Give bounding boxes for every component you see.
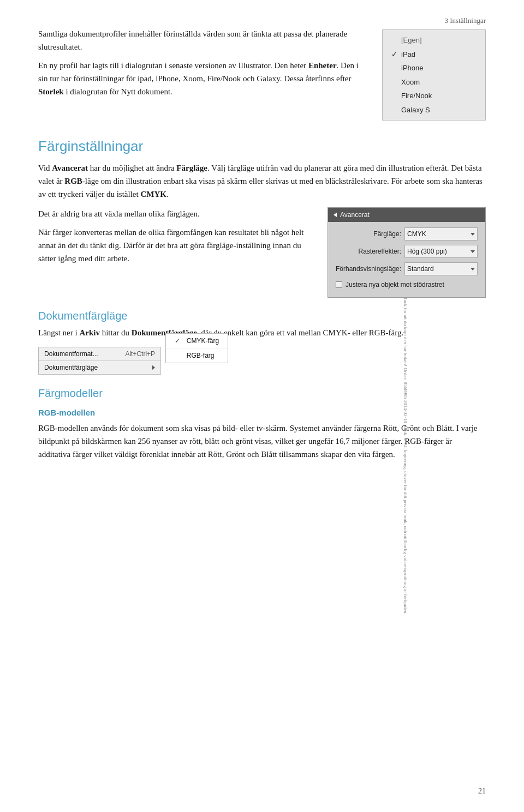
farglade-value: CMYK [407, 229, 426, 239]
menu-row1-shortcut: Alt+Ctrl+P [125, 349, 155, 359]
page: 3 Inställningar Samtliga dokumentprofile… [0, 0, 524, 812]
menu-row2-label: Dokumentfärgläge [44, 363, 98, 372]
dialog-titlebar: Avancerat [328, 208, 485, 222]
farglade-bold: Färgläge [176, 164, 207, 172]
checkbox-label: Justera nya objekt mot stödrastret [346, 280, 444, 290]
header-page-number: 3 Inställningar [445, 15, 486, 26]
cmyk-bold: CMYK [140, 190, 166, 199]
arkiv-bold: Arkiv [79, 328, 100, 337]
submenu: ✓ CMYK-färg RGB-färg [165, 333, 228, 363]
menu-bar-container: Dokumentformat... Alt+Ctrl+P Dokumentfär… [38, 347, 227, 376]
farg-para1: Vid Avancerat har du möjlighet att ändra… [38, 161, 486, 201]
menu-submenu-arrow [152, 365, 155, 370]
forhandsvisning-value: Standard [407, 264, 434, 274]
menu-illustration: Dokumentformat... Alt+Ctrl+P Dokumentfär… [38, 347, 486, 376]
rastereffekter-value: Hög (300 ppi) [407, 246, 447, 256]
submenu-label-cmyk: CMYK-färg [187, 336, 219, 346]
avancerat-bold: Avancerat [52, 164, 88, 172]
dropdown-box: [Egen] ✓ iPad iPhone Xoom Fire/Nook [382, 29, 486, 121]
farglade-select[interactable]: CMYK [404, 227, 478, 240]
farg-heading: Färginställningar [38, 136, 486, 157]
dokumentfarglade-heading: Dokumentfärgläge [38, 308, 486, 324]
forhandsvisning-select[interactable]: Standard [404, 262, 478, 275]
dropdown-header-label: [Egen] [401, 35, 422, 46]
mid-left-para1: Det är aldrig bra att växla mellan olika… [38, 207, 312, 220]
farglade-label: Färgläge: [336, 229, 401, 239]
dialog-title: Avancerat [340, 210, 370, 220]
dropdown-item-galaxys[interactable]: Galaxy S [383, 103, 485, 117]
footer-page-number: 21 [478, 785, 486, 797]
rastereffekter-arrow [471, 250, 475, 253]
mid-left-text: Det är aldrig bra att växla mellan olika… [38, 207, 312, 298]
fargmodeller-heading: Färgmodeller [38, 385, 486, 401]
vertical-sidebar-text: Tack för att du köpt den här boken! Orde… [401, 297, 409, 515]
rastereffekter-row: Rastereffekter: Hög (300 ppi) [336, 245, 478, 258]
forhandsvisning-arrow [471, 268, 475, 270]
justera-checkbox[interactable] [336, 281, 342, 288]
dropdown-label-firenook: Fire/Nook [401, 91, 432, 101]
forhandsvisning-label: Förhandsvisningsläge: [336, 264, 401, 274]
submenu-check-cmyk: ✓ [175, 336, 182, 346]
forhandsvisning-row: Förhandsvisningsläge: Standard [336, 262, 478, 275]
submenu-label-rgb: RGB-färg [187, 351, 215, 360]
storlek-bold: Storlek [38, 87, 64, 96]
dropdown-header: [Egen] [383, 33, 485, 47]
dokumentfarglade-para: Längst ner i Arkiv hittar du Dokumentfär… [38, 326, 486, 339]
intro-para2: En ny profil har lagts till i dialogruta… [38, 59, 366, 98]
dropdown-label-galaxys: Galaxy S [401, 105, 430, 116]
rgb-bold: RGB [64, 177, 82, 185]
dropdown-item-xoom[interactable]: Xoom [383, 75, 485, 89]
dropdown-item-ipad[interactable]: ✓ iPad [383, 47, 485, 62]
menu-bar: Dokumentformat... Alt+Ctrl+P Dokumentfär… [38, 347, 161, 375]
submenu-row-rgb[interactable]: RGB-färg [166, 348, 228, 363]
rastereffekter-label: Rastereffekter: [336, 246, 401, 256]
enheter-bold: Enheter [308, 61, 337, 70]
farglade-row: Färgläge: CMYK [336, 227, 478, 240]
dropdown-label-ipad: iPad [401, 49, 415, 60]
rgb-para: RGB-modellen används för dokument som sk… [38, 422, 486, 461]
dropdown-label-xoom: Xoom [401, 77, 420, 88]
dropdown-label-iphone: iPhone [401, 63, 423, 74]
menu-row1-label: Dokumentformat... [44, 349, 98, 359]
device-dropdown: [Egen] ✓ iPad iPhone Xoom Fire/Nook [382, 29, 486, 121]
intro-text: Samtliga dokumentprofiler innehåller för… [38, 27, 366, 121]
dropdown-item-iphone[interactable]: iPhone [383, 61, 485, 75]
check-ipad: ✓ [391, 49, 398, 60]
menu-bar-row1: Dokumentformat... Alt+Ctrl+P [39, 347, 160, 361]
mid-left-para2: När färger konverteras mellan de olika f… [38, 226, 312, 265]
farglade-arrow [471, 233, 475, 236]
submenu-row-cmyk[interactable]: ✓ CMYK-färg [166, 334, 228, 348]
dialog-box-container: Avancerat Färgläge: CMYK Rastereffekter:… [327, 207, 486, 298]
top-section: Samtliga dokumentprofiler innehåller för… [38, 27, 486, 121]
intro-para1: Samtliga dokumentprofiler innehåller för… [38, 27, 366, 53]
rgb-subheading: RGB-modellen [38, 407, 486, 419]
checkbox-row: Justera nya objekt mot stödrastret [336, 280, 478, 292]
mid-section: Det är aldrig bra att växla mellan olika… [38, 207, 486, 298]
menu-bar-row2[interactable]: Dokumentfärgläge [39, 361, 160, 374]
dialog-content: Färgläge: CMYK Rastereffekter: Hög (300 … [328, 222, 485, 297]
dropdown-item-firenook[interactable]: Fire/Nook [383, 89, 485, 103]
triangle-icon [334, 213, 337, 217]
rastereffekter-select[interactable]: Hög (300 ppi) [404, 245, 478, 258]
avancerat-dialog: Avancerat Färgläge: CMYK Rastereffekter:… [327, 207, 486, 298]
